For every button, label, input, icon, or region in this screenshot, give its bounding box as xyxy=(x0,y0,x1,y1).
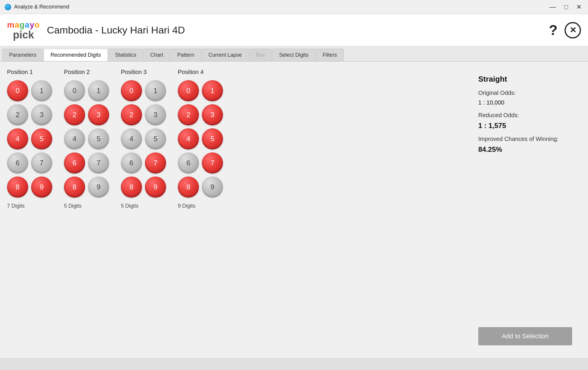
tab-bar: ParametersRecommended DigitsStatisticsCh… xyxy=(0,46,588,62)
digit-ball-1-pos3[interactable]: 1 xyxy=(145,80,166,101)
digit-ball-8-pos3[interactable]: 8 xyxy=(121,176,142,198)
digit-ball-7-pos4[interactable]: 7 xyxy=(202,152,223,174)
tab-chart[interactable]: Chart xyxy=(143,49,170,61)
digit-ball-5-pos2[interactable]: 5 xyxy=(88,128,109,149)
tab-box: Box xyxy=(249,49,272,61)
digit-ball-4-pos2[interactable]: 4 xyxy=(64,128,85,149)
close-window-button[interactable]: ✕ xyxy=(575,3,583,11)
help-button[interactable]: ? xyxy=(549,23,557,37)
window-controls: — □ ✕ xyxy=(548,3,583,11)
digit-ball-6-pos4[interactable]: 6 xyxy=(178,152,199,174)
digit-count-2: 5 Digits xyxy=(64,203,109,209)
digit-ball-7-pos1[interactable]: 7 xyxy=(31,152,52,174)
reduced-odds-label: Reduced Odds: xyxy=(478,112,572,119)
digits-grid-3: 0123456789 xyxy=(121,80,166,198)
minimize-button[interactable]: — xyxy=(548,3,558,11)
digit-ball-9-pos4[interactable]: 9 xyxy=(202,176,223,198)
digit-ball-7-pos3[interactable]: 7 xyxy=(145,152,166,174)
digit-ball-5-pos4[interactable]: 5 xyxy=(202,128,223,149)
digit-ball-8-pos2[interactable]: 8 xyxy=(64,176,85,198)
digit-count-1: 7 Digits xyxy=(7,203,52,209)
digits-grid-2: 0123456789 xyxy=(64,80,109,198)
app-icon xyxy=(5,4,11,10)
digits-grid-4: 0123456789 xyxy=(178,80,223,198)
position-label-4: Position 4 xyxy=(178,69,223,75)
tab-recommended-digits[interactable]: Recommended Digits xyxy=(44,49,108,61)
position-1: Position 101234567897 Digits xyxy=(7,69,52,351)
logo-pick: pick xyxy=(13,30,34,40)
digit-count-3: 5 Digits xyxy=(121,203,166,209)
digit-ball-9-pos3[interactable]: 9 xyxy=(145,176,166,198)
title-bar: Analyze & Recommend — □ ✕ xyxy=(0,0,588,14)
digit-ball-9-pos2[interactable]: 9 xyxy=(88,176,109,198)
digit-ball-5-pos1[interactable]: 5 xyxy=(31,128,52,149)
position-label-3: Position 3 xyxy=(121,69,166,75)
app-header: magayo pick Cambodia - Lucky Hari Hari 4… xyxy=(0,14,588,46)
tab-current-lapse[interactable]: Current Lapse xyxy=(202,49,249,61)
tab-select-digits[interactable]: Select Digits xyxy=(272,49,315,61)
digit-ball-3-pos2[interactable]: 3 xyxy=(88,104,109,125)
digit-ball-6-pos2[interactable]: 6 xyxy=(64,152,85,174)
original-odds-value: 1 : 10,000 xyxy=(478,99,572,106)
digit-ball-9-pos1[interactable]: 9 xyxy=(31,176,52,198)
footer xyxy=(0,358,588,370)
main-content: Position 101234567897 DigitsPosition 201… xyxy=(0,62,588,358)
digit-ball-3-pos1[interactable]: 3 xyxy=(31,104,52,125)
digit-ball-4-pos4[interactable]: 4 xyxy=(178,128,199,149)
digit-ball-1-pos1[interactable]: 1 xyxy=(31,80,52,101)
digit-ball-1-pos2[interactable]: 1 xyxy=(88,80,109,101)
digit-ball-4-pos3[interactable]: 4 xyxy=(121,128,142,149)
position-3: Position 301234567895 Digits xyxy=(121,69,166,351)
tab-filters[interactable]: Filters xyxy=(316,49,344,61)
logo-magayo: magayo xyxy=(7,20,40,30)
position-4: Position 401234567899 Digits xyxy=(178,69,223,351)
digit-ball-2-pos2[interactable]: 2 xyxy=(64,104,85,125)
digit-ball-8-pos1[interactable]: 8 xyxy=(7,176,28,198)
improved-value: 84.25% xyxy=(478,145,572,154)
digit-count-4: 9 Digits xyxy=(178,203,223,209)
digit-ball-3-pos3[interactable]: 3 xyxy=(145,104,166,125)
digit-ball-6-pos1[interactable]: 6 xyxy=(7,152,28,174)
digit-ball-1-pos4[interactable]: 1 xyxy=(202,80,223,101)
maximize-button[interactable]: □ xyxy=(562,3,570,11)
header-actions: ? ✕ xyxy=(549,22,581,38)
position-label-2: Position 2 xyxy=(64,69,109,75)
tab-parameters[interactable]: Parameters xyxy=(2,49,43,61)
window-title: Analyze & Recommend xyxy=(14,4,548,10)
digit-ball-5-pos3[interactable]: 5 xyxy=(145,128,166,149)
position-label-1: Position 1 xyxy=(7,69,52,75)
original-odds-label: Original Odds: xyxy=(478,90,572,96)
digit-ball-4-pos1[interactable]: 4 xyxy=(7,128,28,149)
reduced-odds-value: 1 : 1,575 xyxy=(478,122,572,130)
digit-ball-2-pos1[interactable]: 2 xyxy=(7,104,28,125)
digit-ball-0-pos4[interactable]: 0 xyxy=(178,80,199,101)
stats-title: Straight xyxy=(478,75,572,84)
digit-ball-6-pos3[interactable]: 6 xyxy=(121,152,142,174)
app-title: Cambodia - Lucky Hari Hari 4D xyxy=(47,24,549,36)
positions-area: Position 101234567897 DigitsPosition 201… xyxy=(7,69,458,351)
logo: magayo pick xyxy=(7,20,40,40)
tab-pattern[interactable]: Pattern xyxy=(170,49,201,61)
digits-grid-1: 0123456789 xyxy=(7,80,52,198)
digit-ball-7-pos2[interactable]: 7 xyxy=(88,152,109,174)
add-to-selection-button[interactable]: Add to Selection xyxy=(478,327,572,345)
digit-ball-2-pos3[interactable]: 2 xyxy=(121,104,142,125)
digit-ball-0-pos2[interactable]: 0 xyxy=(64,80,85,101)
close-button[interactable]: ✕ xyxy=(565,22,581,38)
digit-ball-2-pos4[interactable]: 2 xyxy=(178,104,199,125)
stats-panel: Straight Original Odds: 1 : 10,000 Reduc… xyxy=(469,69,581,351)
digit-ball-3-pos4[interactable]: 3 xyxy=(202,104,223,125)
position-2: Position 201234567895 Digits xyxy=(64,69,109,351)
digit-ball-8-pos4[interactable]: 8 xyxy=(178,176,199,198)
tab-statistics[interactable]: Statistics xyxy=(108,49,143,61)
improved-label: Improved Chances of Winning: xyxy=(478,136,572,142)
digit-ball-0-pos3[interactable]: 0 xyxy=(121,80,142,101)
digit-ball-0-pos1[interactable]: 0 xyxy=(7,80,28,101)
